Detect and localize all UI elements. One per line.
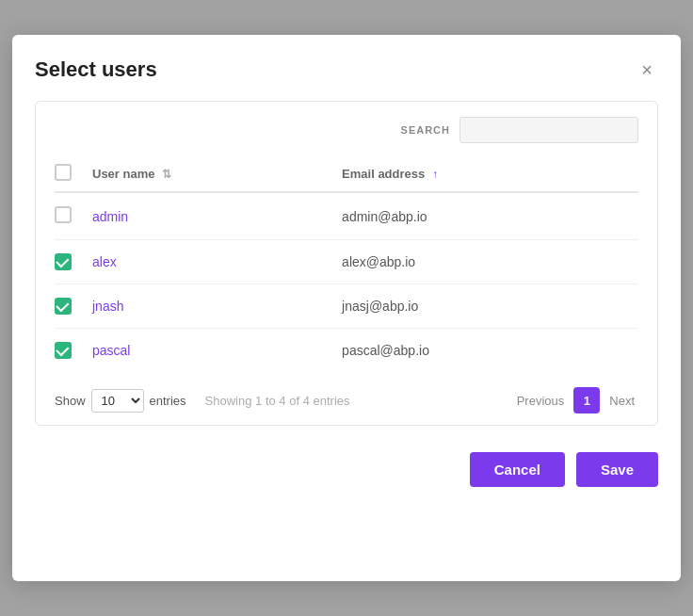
header-email: Email address ↑	[342, 156, 638, 192]
showing-text: Showing 1 to 4 of 4 entries	[205, 394, 513, 408]
table-row: alexalex@abp.io	[55, 240, 638, 284]
table-body: adminadmin@abp.ioalexalex@abp.iojnashjna…	[55, 192, 638, 372]
next-button[interactable]: Next	[605, 392, 638, 410]
table-row: pascalpascal@abp.io	[55, 329, 638, 373]
row-checkbox-cell	[55, 329, 92, 373]
search-label: SEARCH	[401, 124, 450, 136]
modal: Select users × SEARCH User name ⇅	[12, 35, 681, 581]
row-username: admin	[92, 192, 342, 240]
row-username: jnash	[92, 284, 342, 329]
users-table: User name ⇅ Email address ↑ adminadmin@a…	[55, 156, 638, 372]
row-checkbox[interactable]	[55, 298, 72, 315]
row-username: pascal	[92, 329, 342, 373]
row-email: pascal@abp.io	[342, 329, 638, 373]
header-username: User name ⇅	[92, 156, 342, 192]
previous-button[interactable]: Previous	[513, 392, 569, 410]
row-username: alex	[92, 240, 342, 284]
table-row: adminadmin@abp.io	[55, 192, 638, 240]
pagination: Previous 1 Next	[513, 387, 638, 413]
username-sort-icon[interactable]: ⇅	[162, 168, 171, 181]
row-checkbox[interactable]	[55, 206, 72, 223]
row-email: alex@abp.io	[342, 240, 638, 284]
search-row: SEARCH	[55, 117, 638, 143]
table-row: jnashjnasj@abp.io	[55, 284, 638, 329]
table-footer: Show 102550100 entries Showing 1 to 4 of…	[55, 387, 638, 413]
table-container: SEARCH User name ⇅ Email address	[35, 101, 658, 426]
row-checkbox-cell	[55, 240, 92, 284]
save-button[interactable]: Save	[576, 452, 658, 487]
show-label: Show	[55, 394, 86, 408]
row-email: jnasj@abp.io	[342, 284, 638, 329]
modal-title: Select users	[35, 57, 157, 82]
entries-label: entries	[150, 394, 186, 408]
row-checkbox[interactable]	[55, 253, 72, 270]
row-email: admin@abp.io	[342, 192, 638, 240]
email-sort-icon[interactable]: ↑	[432, 168, 438, 181]
page-1-button[interactable]: 1	[573, 387, 600, 413]
entries-select[interactable]: 102550100	[91, 389, 144, 413]
close-button[interactable]: ×	[636, 58, 658, 81]
table-header-row: User name ⇅ Email address ↑	[55, 156, 638, 192]
row-checkbox[interactable]	[55, 342, 72, 359]
modal-header: Select users ×	[35, 57, 658, 82]
header-checkbox-col	[55, 156, 92, 192]
select-all-checkbox[interactable]	[55, 164, 72, 181]
modal-overlay: Select users × SEARCH User name ⇅	[0, 0, 693, 616]
row-checkbox-cell	[55, 192, 92, 240]
modal-footer: Cancel Save	[35, 452, 658, 487]
row-checkbox-cell	[55, 284, 92, 329]
search-input[interactable]	[459, 117, 638, 143]
cancel-button[interactable]: Cancel	[470, 452, 565, 487]
